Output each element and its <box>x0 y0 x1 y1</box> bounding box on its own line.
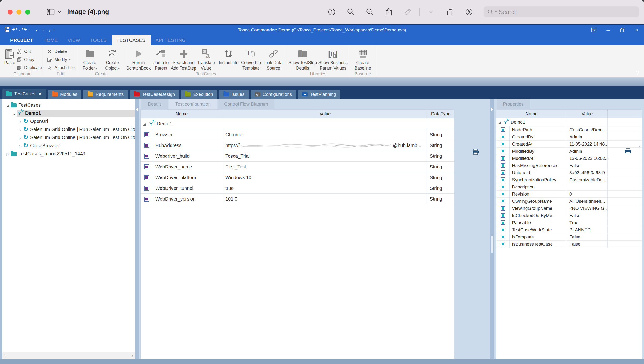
workspace-tab[interactable]: TestPlanning <box>298 90 340 99</box>
properties-root-row[interactable]: Demo1 <box>496 118 642 126</box>
panel-tab[interactable]: Details <box>142 99 168 109</box>
scroll-right-icon[interactable]: › <box>132 353 133 358</box>
property-row[interactable]: CreatedBy Admin <box>496 133 642 140</box>
tree-item[interactable]: OpenUrl <box>2 117 135 125</box>
translate-value-button[interactable]: < a TranslateValue <box>195 47 217 71</box>
property-row[interactable]: Revision 0 <box>496 191 642 198</box>
rotate-icon[interactable] <box>446 8 454 16</box>
attach-file-button[interactable]: Attach File <box>46 65 75 71</box>
create-folder-button[interactable]: Create Folder▾ <box>78 47 101 71</box>
workspace-tab[interactable]: Execution <box>181 90 217 99</box>
property-row[interactable]: NodePath /TestCases/Dem... <box>496 126 642 133</box>
close-window-button[interactable] <box>8 10 12 15</box>
property-row[interactable]: CreatedAt 11-05-2022 14:48... <box>496 140 642 148</box>
instantiate-button[interactable]: Instantiate <box>217 47 240 71</box>
horizontal-scrollbar[interactable]: ‹ › <box>2 352 135 359</box>
show-teststep-details-button[interactable]: L Show TestStepDetails <box>288 47 318 71</box>
create-object-button[interactable]: Create Object▾ <box>101 47 124 71</box>
expander-icon[interactable] <box>5 151 10 156</box>
property-row[interactable]: Pausable True <box>496 219 642 226</box>
expander-icon[interactable] <box>12 111 17 116</box>
expander-icon[interactable] <box>5 102 10 108</box>
forward-dropdown-icon[interactable]: ▾ <box>53 28 54 32</box>
config-row[interactable]: WebDriver_tunnel true String <box>140 183 454 194</box>
copy-button[interactable]: Copy <box>16 57 42 62</box>
collapse-left-icon[interactable] <box>136 107 138 111</box>
undo-icon[interactable]: ↶ <box>12 27 17 33</box>
workspace-tab[interactable]: Modules <box>48 90 81 99</box>
forward-icon[interactable]: → <box>45 27 52 33</box>
config-row[interactable]: Webdriver_build Tosca_Trial String <box>140 151 454 161</box>
close-tab-icon[interactable]: × <box>39 91 42 97</box>
redo-icon[interactable]: ↷ <box>22 27 27 33</box>
config-row[interactable]: Browser Chrome String <box>140 129 454 140</box>
properties-tab[interactable]: Properties <box>496 99 530 109</box>
sidebar-chevron-icon[interactable] <box>57 10 61 14</box>
annotate-pen-icon[interactable] <box>465 8 473 16</box>
property-row[interactable]: HasMissingReferences False <box>496 162 642 169</box>
help-icon[interactable]: ? <box>636 70 639 76</box>
tree-item[interactable]: Selenium Grid Online | Run Selenium Test… <box>2 125 135 133</box>
workspace-tab[interactable]: Requirements <box>84 90 128 99</box>
panel-tab[interactable]: Test configuration <box>169 99 217 109</box>
tree-item[interactable]: TestCases_import220511_1449 <box>2 150 135 158</box>
expander-icon[interactable] <box>18 135 23 140</box>
property-row[interactable]: ViewingGroupName <NO VIEWING G... <box>496 205 642 212</box>
back-icon[interactable]: ← <box>34 27 41 33</box>
zoom-window-button[interactable] <box>25 10 30 15</box>
restore-icon[interactable] <box>619 27 626 34</box>
minimize-window-button[interactable] <box>16 10 22 15</box>
ribbon-pin-icon[interactable] <box>590 27 598 34</box>
config-row[interactable]: HubAddress https:// @hub.lamb... <box>140 140 454 151</box>
duplicate-button[interactable]: Duplicate <box>16 65 42 71</box>
column-header-name[interactable]: Name <box>140 110 223 118</box>
paste-button[interactable]: Paste <box>3 47 16 66</box>
tree-item[interactable]: Demo1 <box>2 109 135 117</box>
show-business-param-values-button[interactable]: [ P ] Show BusinessParam Values <box>318 47 348 71</box>
create-baseline-button[interactable]: CreateBaseline <box>352 47 374 71</box>
zoom-out-icon[interactable] <box>346 8 355 16</box>
property-row[interactable]: SynchronizationPolicy CustomizableDe... <box>496 176 642 184</box>
config-row[interactable]: WebDriver_platform Windows 10 String <box>140 172 454 183</box>
property-row[interactable]: UniqueId 3a03c496-0a93-9... <box>496 169 642 176</box>
expander-icon[interactable] <box>18 119 23 124</box>
property-row[interactable]: Description <box>496 184 642 191</box>
ribbon-tab[interactable]: PROJECT <box>5 35 38 45</box>
property-row[interactable]: IsBusinessTestCase False <box>496 241 642 248</box>
column-header-value[interactable]: Value <box>567 110 608 118</box>
right-splitter[interactable] <box>490 99 494 359</box>
tree-item[interactable]: Selenium Grid Online | Run Selenium Test… <box>2 133 135 141</box>
redo-dropdown-icon[interactable]: ▾ <box>28 28 30 32</box>
collapse-right-icon[interactable] <box>490 107 493 111</box>
info-icon[interactable] <box>328 8 336 16</box>
workspace-tab[interactable]: TestCaseDesign <box>130 90 179 99</box>
run-in-scratchbook-button[interactable]: Run inScratchBook <box>127 47 150 71</box>
column-header-value[interactable]: Value <box>223 110 427 118</box>
ribbon-tab[interactable]: TOOLS <box>85 35 112 45</box>
panel-tab[interactable]: Control Flow Diagram <box>218 99 274 109</box>
expander-icon[interactable] <box>142 121 147 126</box>
share-icon[interactable] <box>384 8 393 16</box>
link-data-source-button[interactable]: Link DataSource <box>262 47 285 71</box>
convert-to-template-button[interactable]: T Convert toTemplate <box>240 47 262 71</box>
column-header-name[interactable]: Name <box>496 110 567 118</box>
ribbon-tab[interactable]: API TESTING <box>150 35 191 45</box>
ribbon-tab[interactable]: TESTCASES <box>112 35 150 45</box>
expander-icon[interactable] <box>18 127 23 132</box>
markup-chevron-icon[interactable] <box>427 8 435 16</box>
tab-overflow-chevron-icon[interactable]: ▾ <box>639 144 641 361</box>
ribbon-tab[interactable]: HOME <box>38 35 63 45</box>
splitter-grip[interactable] <box>491 236 493 253</box>
cut-button[interactable]: Cut <box>16 49 42 54</box>
property-row[interactable]: IsCheckedOutByMe False <box>496 212 642 219</box>
left-splitter[interactable] <box>135 99 139 359</box>
ribbon-tab[interactable]: VIEW <box>63 35 85 45</box>
back-dropdown-icon[interactable]: ▾ <box>42 28 44 32</box>
workspace-tab[interactable]: Issues <box>219 90 248 99</box>
search-add-teststep-button[interactable]: Search andAdd TestStep <box>172 47 195 71</box>
markup-pencil-icon[interactable] <box>404 8 412 16</box>
tree-item[interactable]: TestCases <box>2 101 135 109</box>
modify-button[interactable]: Modify▾ <box>46 57 75 62</box>
tree-item[interactable]: CloseBrowser <box>2 141 135 150</box>
save-icon[interactable] <box>5 27 10 33</box>
